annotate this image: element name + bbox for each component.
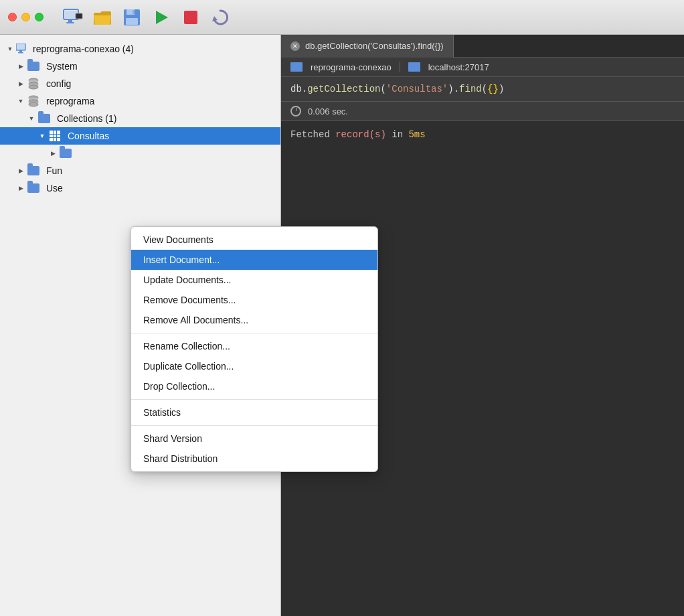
result-bar: 0.006 sec. bbox=[281, 101, 684, 121]
tree-arrow: ▶ bbox=[48, 149, 58, 158]
query-display: db.getCollection('Consultas').find({}) bbox=[281, 77, 684, 101]
tree-arrow: ▶ bbox=[16, 79, 25, 88]
svg-marker-12 bbox=[212, 16, 218, 21]
save-icon[interactable] bbox=[121, 7, 143, 28]
root-label: reprograma-conexao (4) bbox=[33, 44, 134, 54]
config-label: config bbox=[46, 78, 71, 89]
tree-arrow: ▶ bbox=[16, 183, 25, 193]
svg-point-21 bbox=[29, 85, 38, 89]
reprograma-label: reprograma bbox=[46, 96, 94, 106]
folder-tree-icon5 bbox=[27, 183, 40, 194]
menu-item-view-documents[interactable]: View Documents bbox=[131, 230, 377, 250]
folder-open-icon[interactable] bbox=[92, 7, 113, 28]
folder-tree-icon3 bbox=[59, 148, 72, 159]
close-button[interactable] bbox=[8, 13, 17, 21]
folder-tree-icon4 bbox=[27, 165, 40, 176]
tree-item-consultas[interactable]: ▼ Consultas bbox=[0, 127, 280, 145]
system-label: System bbox=[46, 61, 78, 72]
toolbar bbox=[62, 7, 231, 28]
menu-item-statistics[interactable]: Statistics bbox=[131, 402, 377, 422]
svg-point-26 bbox=[29, 102, 38, 106]
clock-icon bbox=[290, 106, 301, 117]
svg-rect-9 bbox=[126, 18, 138, 25]
menu-item-duplicate-collection[interactable]: Duplicate Collection... bbox=[131, 356, 377, 376]
maximize-button[interactable] bbox=[35, 13, 44, 21]
tree-arrow: ▶ bbox=[16, 62, 25, 71]
title-bar bbox=[0, 0, 684, 35]
query-tab-bar: ✕ db.getCollection('Consultas').find({}) bbox=[281, 35, 684, 58]
tree-arrow: ▼ bbox=[16, 96, 25, 106]
monitor-tree-icon bbox=[16, 44, 29, 54]
tree-item-config[interactable]: ▶ config bbox=[0, 75, 280, 92]
tree-item-root[interactable]: ▼ reprograma-conexao (4) bbox=[0, 40, 280, 58]
svg-rect-11 bbox=[184, 11, 197, 24]
use-label: Use bbox=[46, 183, 63, 194]
menu-divider-1 bbox=[131, 333, 377, 333]
db-tree-icon bbox=[27, 78, 40, 89]
host-name: localhost:27017 bbox=[428, 62, 489, 72]
svg-rect-8 bbox=[133, 10, 135, 14]
consultas-label: Consultas bbox=[68, 131, 109, 141]
collections-label: Collections (1) bbox=[57, 113, 116, 124]
svg-rect-2 bbox=[68, 19, 72, 22]
tree-arrow: ▼ bbox=[5, 44, 15, 54]
separator bbox=[400, 62, 400, 72]
output-line: Fetched record(s) in 5ms bbox=[290, 129, 675, 140]
db-name: reprograma-conexao bbox=[311, 62, 392, 72]
menu-item-update-documents[interactable]: Update Documents... bbox=[131, 270, 377, 290]
fun-label: Fun bbox=[46, 165, 62, 176]
connection-icon bbox=[290, 62, 303, 72]
tree-arrow: ▶ bbox=[16, 166, 25, 175]
minimize-button[interactable] bbox=[21, 13, 30, 21]
menu-item-shard-distribution[interactable]: Shard Distribution bbox=[131, 449, 377, 469]
query-code: db.getCollection('Consultas').find({}) bbox=[290, 84, 504, 94]
play-icon[interactable] bbox=[151, 7, 172, 28]
menu-item-drop-collection[interactable]: Drop Collection... bbox=[131, 376, 377, 396]
tree-item-reprograma[interactable]: ▼ reprograma bbox=[0, 92, 280, 110]
tree-item-use[interactable]: ▶ Use bbox=[0, 179, 280, 197]
tab-close-button[interactable]: ✕ bbox=[290, 42, 300, 51]
menu-item-insert-document[interactable]: Insert Document... bbox=[131, 250, 377, 270]
svg-rect-15 bbox=[19, 50, 22, 52]
tree-item-collections[interactable]: ▼ Collections (1) bbox=[0, 110, 280, 127]
connection-bar: reprograma-conexao localhost:27017 bbox=[281, 58, 684, 77]
menu-divider-3 bbox=[131, 425, 377, 426]
svg-rect-5 bbox=[76, 14, 82, 18]
tree-arrow: ▼ bbox=[37, 131, 47, 141]
menu-divider-2 bbox=[131, 399, 377, 400]
tree-item-sub[interactable]: ▶ bbox=[0, 145, 280, 162]
svg-rect-1 bbox=[65, 11, 77, 18]
menu-item-remove-all-documents[interactable]: Remove All Documents... bbox=[131, 310, 377, 330]
svg-rect-3 bbox=[66, 22, 74, 23]
refresh-icon[interactable] bbox=[209, 7, 231, 28]
folder-tree-icon bbox=[27, 61, 40, 72]
context-menu: View Documents Insert Document... Update… bbox=[131, 226, 378, 472]
host-icon bbox=[408, 62, 420, 72]
menu-item-remove-documents[interactable]: Remove Documents... bbox=[131, 290, 377, 310]
query-tab[interactable]: ✕ db.getCollection('Consultas').find({}) bbox=[281, 35, 454, 58]
monitor-icon[interactable] bbox=[62, 7, 84, 28]
close-icon: ✕ bbox=[292, 43, 298, 50]
folder-tree-icon2 bbox=[37, 113, 51, 124]
tab-label: db.getCollection('Consultas').find({}) bbox=[305, 41, 444, 51]
db-tree-icon2 bbox=[27, 96, 40, 106]
result-time: 0.006 sec. bbox=[308, 106, 348, 117]
grid-tree-icon bbox=[48, 131, 62, 141]
svg-rect-14 bbox=[17, 44, 25, 50]
tree-arrow: ▼ bbox=[27, 114, 36, 123]
traffic-lights bbox=[8, 13, 44, 21]
svg-marker-10 bbox=[156, 11, 168, 24]
menu-item-shard-version[interactable]: Shard Version bbox=[131, 429, 377, 449]
tree-item-fun[interactable]: ▶ Fun bbox=[0, 162, 280, 179]
svg-rect-16 bbox=[18, 52, 23, 54]
stop-icon[interactable] bbox=[180, 7, 201, 28]
tree-item-system[interactable]: ▶ System bbox=[0, 58, 280, 75]
menu-item-rename-collection[interactable]: Rename Collection... bbox=[131, 336, 377, 356]
